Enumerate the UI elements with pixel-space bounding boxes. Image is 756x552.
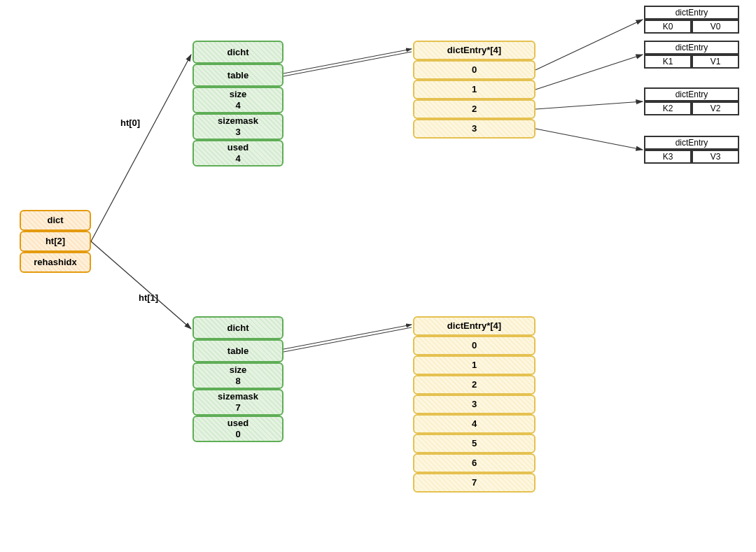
- dicht0-sizemask-label: sizemask: [218, 115, 258, 127]
- dicht1-used: used 0: [192, 416, 284, 442]
- dicht1-sizemask-label: sizemask: [218, 391, 258, 402]
- dict-rehashidx: rehashidx: [20, 252, 91, 273]
- dicht0-used-label: used: [227, 142, 248, 153]
- table0-slot-3: 3: [413, 119, 536, 139]
- arrows-layer: [0, 0, 756, 552]
- ht1-label: ht[1]: [139, 292, 158, 303]
- dicht1-size: size 8: [192, 362, 284, 389]
- svg-line-7: [536, 55, 643, 90]
- table1-header: dictEntry*[4]: [413, 316, 536, 336]
- table1-slot-7: 7: [413, 473, 536, 493]
- dict-ht: ht[2]: [20, 231, 91, 252]
- dicht1-sizemask: sizemask 7: [192, 389, 284, 416]
- entry1-title: dictEntry: [644, 41, 739, 55]
- dicht1-used-val: 0: [235, 429, 240, 440]
- table0-slot-2: 2: [413, 99, 536, 119]
- entry2-title: dictEntry: [644, 87, 739, 101]
- entry2-k: K2: [644, 101, 692, 115]
- dicht0-sizemask-val: 3: [235, 127, 240, 138]
- dicht0-used: used 4: [192, 140, 284, 167]
- entry3-v: V3: [692, 150, 739, 164]
- dicht1-size-label: size: [230, 365, 247, 376]
- svg-line-1: [91, 241, 191, 329]
- table1-slot-3: 3: [413, 395, 536, 414]
- dicht0-size-val: 4: [235, 100, 240, 111]
- entry1-k: K1: [644, 55, 692, 69]
- table1-slot-4: 4: [413, 414, 536, 434]
- dicht0-size: size 4: [192, 87, 284, 113]
- entry2-v: V2: [692, 101, 739, 115]
- table1-slot-1: 1: [413, 355, 536, 375]
- svg-line-9: [536, 129, 643, 150]
- entry3-title: dictEntry: [644, 136, 739, 150]
- entry0-v: V0: [692, 20, 739, 34]
- dicht1-table: table: [192, 339, 284, 362]
- svg-line-4: [284, 325, 412, 349]
- svg-line-2: [284, 49, 412, 73]
- svg-line-0: [91, 55, 191, 241]
- svg-line-3: [284, 52, 412, 76]
- svg-line-8: [536, 101, 643, 109]
- entry1-v: V1: [692, 55, 739, 69]
- table0-header: dictEntry*[4]: [413, 41, 536, 60]
- table1-slot-2: 2: [413, 375, 536, 395]
- dicht1-sizemask-val: 7: [235, 402, 240, 413]
- entry0-title: dictEntry: [644, 6, 739, 20]
- svg-line-6: [536, 20, 643, 70]
- dicht0-used-val: 4: [235, 153, 240, 164]
- dict-title: dict: [20, 210, 91, 231]
- table0-slot-1: 1: [413, 80, 536, 99]
- dicht1-used-label: used: [227, 418, 248, 429]
- entry3-k: K3: [644, 150, 692, 164]
- table0-slot-0: 0: [413, 60, 536, 80]
- svg-line-5: [284, 327, 412, 352]
- entry0-k: K0: [644, 20, 692, 34]
- table1-slot-0: 0: [413, 336, 536, 355]
- dicht1-size-val: 8: [235, 376, 240, 387]
- dicht0-size-label: size: [230, 89, 247, 100]
- dicht0-table: table: [192, 64, 284, 87]
- dicht0-title: dicht: [192, 41, 284, 64]
- dicht0-sizemask: sizemask 3: [192, 113, 284, 140]
- table1-slot-5: 5: [413, 434, 536, 453]
- dicht1-title: dicht: [192, 316, 284, 339]
- ht0-label: ht[0]: [120, 118, 140, 128]
- table1-slot-6: 6: [413, 453, 536, 473]
